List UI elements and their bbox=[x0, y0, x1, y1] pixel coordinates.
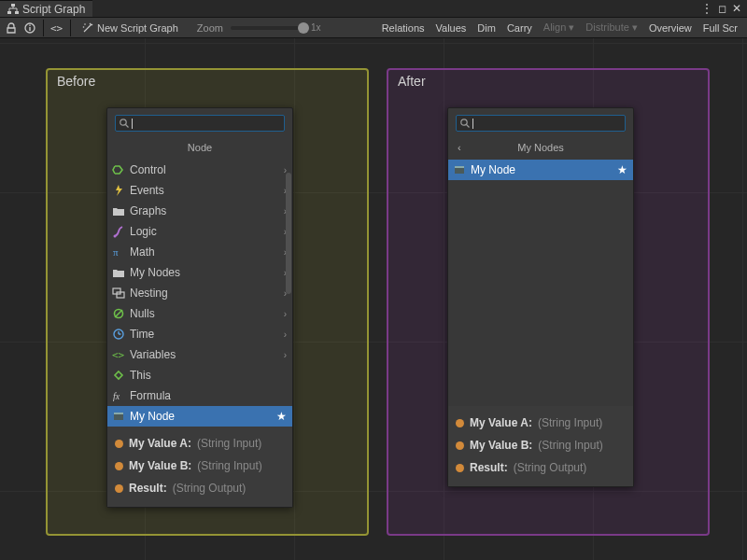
graph-canvas[interactable]: Before Node Control›Events›Graphs›Logic›… bbox=[0, 38, 747, 560]
menu-distribute[interactable]: Distribute ▾ bbox=[580, 19, 643, 36]
toggle-values[interactable]: Values bbox=[430, 20, 472, 36]
graph-tab-icon bbox=[7, 4, 19, 15]
list-item[interactable]: Nesting› bbox=[107, 283, 292, 303]
svg-text:<>: <> bbox=[112, 349, 125, 361]
list-item[interactable]: My Nodes› bbox=[107, 262, 292, 283]
port-dot-icon bbox=[115, 484, 123, 493]
search-input[interactable] bbox=[456, 115, 626, 132]
fuzzy-list-before: Control›Events›Graphs›Logic›πMath›My Nod… bbox=[107, 160, 292, 427]
svg-rect-5 bbox=[29, 24, 30, 25]
svg-text:<>: <> bbox=[50, 22, 63, 34]
search-icon bbox=[459, 118, 471, 129]
star-icon[interactable]: ★ bbox=[276, 410, 287, 423]
toggle-overview[interactable]: Overview bbox=[643, 20, 698, 36]
list-item-label: Graphs bbox=[130, 204, 280, 217]
list-item[interactable]: My Node★ bbox=[448, 160, 633, 180]
maximize-icon[interactable]: ◻ bbox=[718, 3, 726, 15]
list-item[interactable]: Logic› bbox=[107, 221, 292, 242]
time-icon bbox=[111, 327, 126, 342]
port-row: My Value B: (String Input) bbox=[115, 455, 285, 477]
toggle-dim[interactable]: Dim bbox=[472, 20, 501, 36]
lock-icon[interactable] bbox=[4, 21, 19, 35]
variables-icon[interactable]: <> bbox=[49, 21, 64, 35]
port-row: Result: (String Output) bbox=[115, 477, 285, 499]
control-icon bbox=[111, 162, 126, 177]
fuzzy-list-after: My Node★ bbox=[448, 160, 633, 180]
group-after[interactable]: After ‹ My Nodes My Node★ My Value A: (S… bbox=[387, 68, 710, 536]
svg-rect-25 bbox=[455, 168, 464, 174]
port-dot-icon bbox=[115, 440, 123, 448]
list-item[interactable]: Nulls› bbox=[107, 303, 292, 324]
chevron-right-icon: › bbox=[284, 329, 287, 340]
port-dot-icon bbox=[115, 462, 123, 470]
new-script-graph-button[interactable]: New Script Graph bbox=[77, 21, 184, 35]
close-icon[interactable]: ✕ bbox=[732, 2, 741, 15]
port-name: Result: bbox=[129, 482, 167, 495]
port-type: (String Input) bbox=[197, 459, 261, 472]
toggle-fullscreen[interactable]: Full Scr bbox=[698, 20, 743, 36]
list-item[interactable]: <>Variables› bbox=[107, 344, 292, 365]
list-item[interactable]: My Node★ bbox=[107, 406, 292, 427]
svg-text:π: π bbox=[113, 246, 119, 258]
ports-panel-after: My Value A: (String Input)My Value B: (S… bbox=[448, 406, 633, 486]
svg-rect-0 bbox=[11, 4, 15, 7]
list-item-label: This bbox=[130, 369, 287, 382]
list-item[interactable]: πMath› bbox=[107, 242, 292, 262]
list-item-label: Nesting bbox=[130, 287, 280, 300]
port-dot-icon bbox=[456, 441, 464, 450]
toggle-relations[interactable]: Relations bbox=[376, 20, 430, 36]
scrollbar[interactable] bbox=[286, 173, 291, 294]
fuzzy-finder-before: Node Control›Events›Graphs›Logic›πMath›M… bbox=[106, 107, 293, 508]
port-row: My Value A: (String Input) bbox=[456, 412, 626, 434]
svg-rect-1 bbox=[7, 11, 11, 14]
info-icon[interactable] bbox=[22, 21, 37, 35]
search-icon bbox=[119, 118, 130, 129]
list-item[interactable]: Events› bbox=[107, 180, 292, 201]
list-item-label: Variables bbox=[130, 348, 280, 361]
list-item-label: Math bbox=[130, 245, 280, 259]
text-caret bbox=[472, 119, 473, 129]
svg-point-11 bbox=[114, 235, 117, 238]
list-item[interactable]: fxFormula bbox=[107, 385, 292, 406]
svg-rect-4 bbox=[29, 27, 30, 31]
svg-rect-24 bbox=[455, 166, 464, 168]
list-item[interactable]: This bbox=[107, 365, 292, 385]
list-item[interactable]: Graphs› bbox=[107, 201, 292, 221]
zoom-slider-thumb[interactable] bbox=[298, 22, 309, 34]
fuzzy-empty-area bbox=[448, 180, 633, 406]
tab-script-graph[interactable]: Script Graph bbox=[0, 0, 92, 17]
folder-icon bbox=[111, 265, 126, 280]
list-item[interactable]: Control› bbox=[107, 160, 292, 180]
port-dot-icon bbox=[456, 464, 464, 472]
zoom-slider[interactable] bbox=[231, 26, 303, 30]
port-type: (String Output) bbox=[514, 461, 587, 474]
toolbar: <> New Script Graph Zoom 1x Relations Va… bbox=[0, 18, 747, 38]
kebab-icon[interactable]: ⋮ bbox=[701, 2, 712, 15]
list-item-label: Formula bbox=[130, 389, 287, 402]
search-input[interactable] bbox=[115, 115, 285, 132]
list-item[interactable]: Time› bbox=[107, 324, 292, 344]
variables-icon: <> bbox=[111, 347, 126, 362]
zoom-value: 1x bbox=[311, 22, 321, 33]
tab-label: Script Graph bbox=[22, 3, 85, 16]
group-before[interactable]: Before Node Control›Events›Graphs›Logic›… bbox=[46, 68, 369, 536]
port-row: Result: (String Output) bbox=[456, 456, 626, 479]
port-row: My Value A: (String Input) bbox=[115, 432, 285, 455]
fuzzy-header-label: My Nodes bbox=[517, 142, 564, 153]
toggle-carry[interactable]: Carry bbox=[501, 20, 538, 36]
port-name: My Value B: bbox=[470, 439, 532, 452]
window-controls: ⋮ ◻ ✕ bbox=[696, 0, 747, 17]
list-item-label: Nulls bbox=[130, 307, 280, 320]
svg-line-10 bbox=[126, 125, 129, 128]
logic-icon bbox=[111, 224, 126, 239]
back-icon[interactable]: ‹ bbox=[458, 142, 461, 153]
port-dot-icon bbox=[456, 419, 464, 427]
star-icon[interactable]: ★ bbox=[617, 163, 627, 176]
port-type: (String Output) bbox=[173, 482, 247, 495]
folder-icon bbox=[111, 203, 126, 218]
formula-icon: fx bbox=[111, 388, 126, 403]
svg-point-22 bbox=[461, 119, 467, 125]
menu-align[interactable]: Align ▾ bbox=[538, 19, 581, 36]
port-name: Result: bbox=[470, 461, 508, 474]
chevron-right-icon: › bbox=[284, 350, 287, 360]
